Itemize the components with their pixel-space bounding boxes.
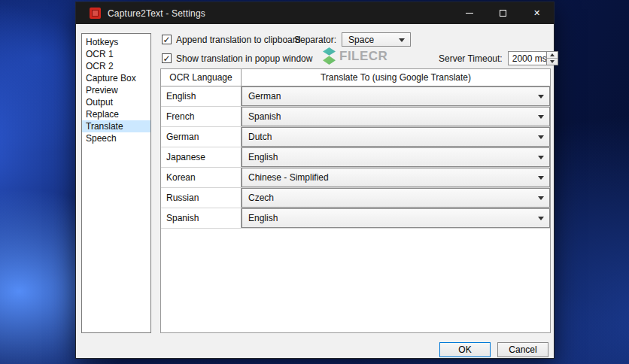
separator-select[interactable]: Space xyxy=(342,32,411,47)
separator-option: Separator: Space xyxy=(294,32,411,47)
append-clipboard-label: Append translation to clipboard xyxy=(176,35,300,45)
sidebar-item-output[interactable]: Output xyxy=(82,96,150,108)
sidebar-item-replace[interactable]: Replace xyxy=(82,108,150,120)
ok-button[interactable]: OK xyxy=(439,342,491,357)
sidebar-item-hotkeys[interactable]: Hotkeys xyxy=(82,36,150,48)
titlebar: Capture2Text - Settings ✕ xyxy=(76,2,554,24)
table-row: Korean Chinese - Simplified xyxy=(161,168,550,188)
sidebar-item-ocr-2[interactable]: OCR 2 xyxy=(82,60,150,72)
chevron-down-icon xyxy=(538,135,544,139)
translate-to-select-spanish[interactable]: English xyxy=(242,208,550,228)
check-icon: ✓ xyxy=(163,55,170,62)
close-icon: ✕ xyxy=(533,9,540,17)
append-clipboard-checkbox[interactable]: ✓ xyxy=(162,35,172,44)
server-timeout-value: 2000 ms xyxy=(509,53,547,64)
ocr-language-cell: Japanese xyxy=(161,147,242,167)
sidebar-item-speech[interactable]: Speech xyxy=(82,132,150,144)
table-row: German Dutch xyxy=(161,127,550,147)
spin-up-button[interactable] xyxy=(547,52,558,59)
settings-content: Hotkeys OCR 1 OCR 2 Capture Box Preview … xyxy=(76,24,554,358)
filecr-watermark-text: FILECR xyxy=(339,49,387,64)
show-popup-option: ✓ Show translation in popup window xyxy=(162,51,312,65)
translate-to-select-japanese[interactable]: English xyxy=(242,147,550,167)
sidebar-item-ocr-1[interactable]: OCR 1 xyxy=(82,48,150,60)
ocr-language-cell: Korean xyxy=(161,168,242,187)
desktop-wallpaper: Capture2Text - Settings ✕ Hotkeys OCR 1 … xyxy=(0,0,629,364)
table-row: Japanese English xyxy=(161,147,550,168)
translate-to-select-german[interactable]: Dutch xyxy=(242,127,550,147)
ocr-language-cell: French xyxy=(161,107,242,126)
show-popup-checkbox[interactable]: ✓ xyxy=(162,53,172,63)
cancel-button[interactable]: Cancel xyxy=(497,342,548,357)
append-clipboard-option: ✓ Append translation to clipboard xyxy=(162,32,300,47)
maximize-icon xyxy=(500,10,506,17)
table-row: English German xyxy=(161,86,550,107)
chevron-down-icon xyxy=(538,95,544,99)
spin-down-button[interactable] xyxy=(547,59,558,65)
translate-to-select-french[interactable]: Spanish xyxy=(242,107,550,126)
sidebar-item-preview[interactable]: Preview xyxy=(82,84,150,96)
settings-window: Capture2Text - Settings ✕ Hotkeys OCR 1 … xyxy=(75,2,555,359)
triangle-down-icon xyxy=(550,60,555,63)
server-timeout-label: Server Timeout: xyxy=(439,53,503,64)
translate-to-select-korean[interactable]: Chinese - Simplified xyxy=(242,168,550,187)
chevron-down-icon xyxy=(538,196,544,200)
triangle-up-icon xyxy=(550,53,555,56)
translate-to-select-english[interactable]: German xyxy=(242,86,550,106)
ocr-language-cell: Spanish xyxy=(161,208,242,228)
table-row: Russian Czech xyxy=(161,188,550,208)
server-timeout-input[interactable]: 2000 ms xyxy=(508,51,558,65)
settings-category-list: Hotkeys OCR 1 OCR 2 Capture Box Preview … xyxy=(81,33,151,333)
translate-table: OCR Language Translate To (using Google … xyxy=(160,68,551,333)
table-row: French Spanish xyxy=(161,107,550,127)
col-header-translate-to: Translate To (using Google Translate) xyxy=(242,69,550,86)
table-header-row: OCR Language Translate To (using Google … xyxy=(161,69,550,86)
table-row: Spanish English xyxy=(161,208,550,229)
chevron-down-icon xyxy=(399,38,405,42)
ocr-language-cell: Russian xyxy=(161,188,242,208)
window-title: Capture2Text - Settings xyxy=(108,8,205,19)
show-popup-label: Show translation in popup window xyxy=(176,53,312,64)
chevron-down-icon xyxy=(538,217,544,220)
window-controls: ✕ xyxy=(452,2,554,24)
sidebar-item-capture-box[interactable]: Capture Box xyxy=(82,72,150,84)
app-icon xyxy=(90,8,101,19)
ocr-language-cell: German xyxy=(161,127,242,147)
chevron-down-icon xyxy=(538,156,544,159)
close-button[interactable]: ✕ xyxy=(520,2,554,24)
ocr-language-cell: English xyxy=(161,86,242,106)
separator-label: Separator: xyxy=(294,35,336,45)
filecr-watermark: FILECR xyxy=(323,47,387,65)
maximize-button[interactable] xyxy=(486,2,520,24)
server-timeout-option: Server Timeout: 2000 ms xyxy=(439,51,558,65)
separator-value: Space xyxy=(342,35,374,45)
check-icon: ✓ xyxy=(163,36,170,44)
chevron-down-icon xyxy=(538,115,544,119)
spinner-buttons xyxy=(546,52,558,65)
chevron-down-icon xyxy=(538,176,544,180)
col-header-ocr-language: OCR Language xyxy=(161,69,242,86)
minimize-icon xyxy=(466,13,473,14)
sidebar-item-translate[interactable]: Translate xyxy=(82,120,150,132)
translate-to-select-russian[interactable]: Czech xyxy=(242,188,550,208)
filecr-logo-icon xyxy=(323,47,336,65)
minimize-button[interactable] xyxy=(452,2,486,24)
